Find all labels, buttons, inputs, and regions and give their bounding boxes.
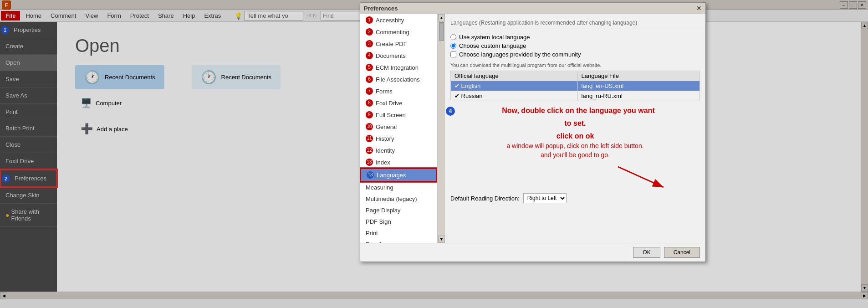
radio-system-lang: Use system local language [450, 34, 700, 41]
pref-identity-label: Identity [376, 147, 395, 154]
pref-item-print[interactable]: Print [360, 227, 437, 239]
dialog-footer: OK Cancel [360, 243, 705, 262]
pref-item-commenting[interactable]: 2 Commenting [360, 26, 437, 38]
pref-item-pagedisplay[interactable]: Page Display [360, 205, 437, 216]
instruction-3: a window will popup, click on the left s… [450, 142, 700, 149]
ok-button[interactable]: OK [633, 247, 660, 258]
pref-item-languages[interactable]: 13 Languages 3 [360, 168, 437, 182]
pref-scroll-up[interactable]: ▲ [438, 14, 445, 21]
checkbox-community: Choose languages provided by the communi… [450, 51, 700, 58]
pref-item-multimedia[interactable]: Multimedia (legacy) [360, 193, 437, 205]
instruction-1b: to set. [450, 119, 700, 128]
pref-num-4: 4 [366, 52, 373, 59]
pref-item-foxidrive[interactable]: 8 Foxi Drive [360, 97, 437, 109]
radio-custom-lang-input[interactable] [450, 43, 456, 49]
dialog-title: Preferences [364, 5, 398, 12]
pref-panel: Languages (Restarting application is rec… [445, 14, 705, 243]
pref-multimedia-label: Multimedia (legacy) [366, 195, 417, 202]
pref-num-8: 8 [366, 99, 373, 107]
pref-scroll-down[interactable]: ▼ [438, 236, 445, 243]
instruction-4: and you'll be good to go. [450, 151, 700, 159]
pref-num-12: 12 [366, 147, 373, 154]
pref-item-accessibility[interactable]: 1 Accessbity [360, 14, 437, 26]
pref-print-label: Print [366, 230, 378, 236]
pref-list: 1 Accessbity 2 Commenting 3 Create PDF 4… [360, 14, 438, 243]
lang-english-name: ✔ English [451, 81, 578, 91]
dialog-overlay: Preferences ✕ 1 Accessbity 2 Commenting [0, 0, 868, 308]
pref-item-createpdf[interactable]: 3 Create PDF [360, 38, 437, 50]
radio-custom-lang: Choose custom language [450, 42, 700, 49]
pref-history-label: History [376, 135, 394, 142]
pref-item-ecm[interactable]: 5 ECM Integration [360, 62, 437, 73]
pref-num-9: 9 [366, 111, 373, 118]
pref-ecm-label: ECM Integration [376, 64, 419, 71]
pref-fileassoc-label: File Associations [376, 76, 420, 83]
pref-item-history[interactable]: 11 History [360, 133, 437, 144]
preferences-dialog: Preferences ✕ 1 Accessbity 2 Commenting [360, 2, 706, 262]
radio-system-lang-input[interactable] [450, 34, 456, 40]
pref-item-documents[interactable]: 4 Documents [360, 50, 437, 62]
pref-item-forms[interactable]: 7 Forms [360, 85, 437, 97]
pref-fullscreen-label: Full Screen [376, 112, 406, 118]
col-official-lang: Official language [451, 71, 578, 81]
pref-item-general[interactable]: 10 General [360, 121, 437, 133]
pref-item-reading[interactable]: Reading [360, 239, 437, 243]
instruction-2: click on ok [450, 132, 700, 140]
pref-scroll-thumb[interactable] [439, 22, 444, 41]
pref-num-2: 2 [366, 28, 373, 36]
pref-commenting-label: Commenting [376, 29, 409, 36]
pref-languages-label: Languages [377, 172, 406, 179]
pref-item-index[interactable]: 13 Index [360, 156, 437, 168]
instruction-area: 4 Now, double click on the language you … [450, 107, 700, 159]
pref-createpdf-label: Create PDF [376, 41, 407, 47]
dialog-close-button[interactable]: ✕ [696, 5, 702, 12]
pref-general-label: General [376, 123, 397, 130]
pref-item-pdfsign[interactable]: PDF Sign [360, 216, 437, 227]
pref-foxidrive-label: Foxi Drive [376, 100, 403, 107]
col-lang-file: Language File [577, 71, 700, 81]
reading-dir-row: Default Reading Direction: Right to Left [450, 193, 700, 203]
pref-num-6: 6 [366, 76, 373, 83]
instruction-1: Now, double click on the language you wa… [457, 107, 700, 115]
lang-russian-name: ✔ Russian [451, 91, 578, 101]
checkbox-community-input[interactable] [450, 51, 456, 57]
pref-num-11: 11 [366, 135, 373, 142]
pref-pdfsign-label: PDF Sign [366, 218, 391, 225]
pref-num-5: 5 [366, 64, 373, 71]
pref-num-1: 1 [366, 16, 373, 24]
pref-num-10: 10 [366, 123, 373, 130]
panel-desc: You can download the multilingual progra… [450, 62, 700, 68]
red-arrow-svg [609, 162, 673, 190]
pref-list-scrollbar: ▲ ▼ [438, 14, 445, 243]
pref-pagedisplay-label: Page Display [366, 207, 401, 214]
arrow-area [450, 162, 700, 190]
pref-num-13b: 13 [367, 171, 374, 179]
step4-badge: 4 [446, 107, 455, 116]
pref-item-fileassoc[interactable]: 6 File Associations [360, 73, 437, 85]
pref-accessibility-label: Accessbity [376, 17, 404, 24]
dialog-title-bar: Preferences ✕ [360, 3, 705, 14]
pref-num-3: 3 [366, 40, 373, 47]
radio-system-lang-label: Use system local language [459, 34, 530, 41]
reading-dir-label: Default Reading Direction: [450, 195, 520, 202]
pref-documents-label: Documents [376, 52, 406, 59]
reading-dir-select[interactable]: Right to Left [523, 193, 567, 203]
pref-forms-label: Forms [376, 88, 393, 95]
lang-row-english[interactable]: ✔ English lang_en-US.xml [451, 81, 700, 91]
language-table: Official language Language File ✔ Englis… [450, 71, 700, 101]
pref-measuring-label: Measuring [366, 184, 393, 191]
pref-item-measuring[interactable]: Measuring [360, 182, 437, 193]
pref-num-13a: 13 [366, 159, 373, 166]
pref-index-label: Index [376, 159, 390, 166]
svg-line-0 [618, 167, 664, 187]
pref-item-identity[interactable]: 12 Identity [360, 144, 437, 156]
cancel-button[interactable]: Cancel [664, 247, 700, 258]
pref-num-7: 7 [366, 87, 373, 95]
pref-item-fullscreen[interactable]: 9 Full Screen [360, 109, 437, 121]
dialog-body: 1 Accessbity 2 Commenting 3 Create PDF 4… [360, 14, 705, 243]
checkbox-community-label: Choose languages provided by the communi… [459, 51, 581, 58]
lang-row-russian[interactable]: ✔ Russian lang_ru-RU.xml [451, 91, 700, 101]
lang-russian-file: lang_ru-RU.xml [577, 91, 700, 101]
radio-group: Use system local language Choose custom … [450, 34, 700, 58]
panel-title: Languages (Restarting application is rec… [450, 20, 700, 29]
